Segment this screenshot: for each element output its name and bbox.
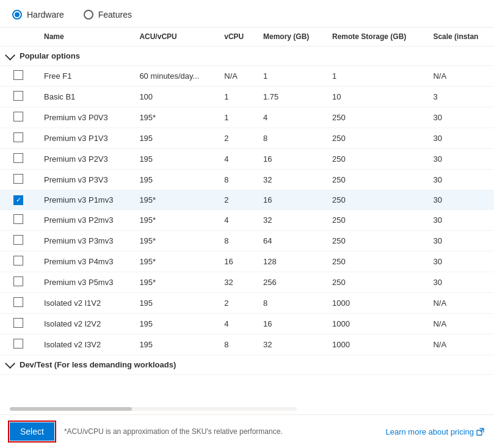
- row-vcpu: N/A: [217, 66, 256, 87]
- row-vcpu: 2: [217, 292, 256, 313]
- table-row[interactable]: Premium v3 P2mv3195*43225030: [0, 209, 494, 230]
- features-radio[interactable]: Features: [84, 10, 132, 20]
- row-name: Premium v3 P2V3: [37, 149, 132, 170]
- row-checkbox[interactable]: [13, 195, 23, 205]
- features-label: Features: [98, 10, 132, 20]
- col-vcpu: vCPU: [217, 27, 256, 46]
- row-checkbox-cell[interactable]: [0, 272, 37, 292]
- row-acu: 195*: [132, 251, 217, 272]
- hardware-radio-indicator: [12, 10, 22, 20]
- row-name: Premium v3 P3V3: [37, 170, 132, 190]
- row-scale: N/A: [426, 66, 494, 87]
- row-vcpu: 2: [217, 190, 256, 210]
- row-scale: 30: [426, 230, 494, 251]
- table-row[interactable]: Premium v3 P3V319583225030: [0, 170, 494, 190]
- table-row[interactable]: Basic B110011.75103: [0, 87, 494, 107]
- table-body: Popular optionsFree F160 minutes/day...N…: [0, 46, 494, 375]
- row-name: Isolated v2 I2V2: [37, 313, 132, 334]
- table-row[interactable]: Premium v3 P5mv3195*3225625030: [0, 272, 494, 292]
- row-checkbox-cell[interactable]: [0, 66, 37, 87]
- hardware-radio[interactable]: Hardware: [12, 10, 64, 20]
- row-checkbox[interactable]: [13, 174, 23, 184]
- hardware-label: Hardware: [27, 10, 64, 20]
- row-checkbox[interactable]: [13, 256, 23, 266]
- table-row[interactable]: Premium v3 P3mv3195*86425030: [0, 230, 494, 251]
- row-storage: 1000: [325, 334, 426, 355]
- row-checkbox-cell[interactable]: [0, 292, 37, 313]
- row-acu: 195: [132, 170, 217, 190]
- row-checkbox-cell[interactable]: [0, 334, 37, 355]
- row-checkbox[interactable]: [13, 339, 23, 349]
- table-row[interactable]: Premium v3 P2V319541625030: [0, 149, 494, 170]
- group-header-row[interactable]: Dev/Test (For less demanding workloads): [0, 355, 494, 374]
- table-row[interactable]: Isolated v2 I3V21958321000N/A: [0, 334, 494, 355]
- row-name: Basic B1: [37, 87, 132, 107]
- row-checkbox-cell[interactable]: [0, 209, 37, 230]
- row-checkbox[interactable]: [13, 235, 23, 245]
- row-name: Premium v3 P1V3: [37, 128, 132, 149]
- row-checkbox[interactable]: [13, 153, 23, 163]
- row-checkbox-cell[interactable]: [0, 149, 37, 170]
- row-checkbox[interactable]: [13, 297, 23, 307]
- row-acu: 60 minutes/day...: [132, 66, 217, 87]
- bottom-bar: Select *ACU/vCPU is an approximation of …: [0, 414, 494, 448]
- row-storage: 1: [325, 66, 426, 87]
- row-storage: 250: [325, 190, 426, 210]
- row-storage: 250: [325, 230, 426, 251]
- row-memory: 16: [256, 149, 325, 170]
- row-name: Premium v3 P0V3: [37, 107, 132, 128]
- row-memory: 256: [256, 272, 325, 292]
- row-checkbox[interactable]: [13, 112, 23, 121]
- row-checkbox[interactable]: [13, 214, 23, 224]
- row-acu: 100: [132, 87, 217, 107]
- row-checkbox-cell[interactable]: [0, 128, 37, 149]
- row-checkbox-cell[interactable]: [0, 190, 37, 210]
- external-link-icon: [476, 428, 484, 436]
- row-scale: N/A: [426, 292, 494, 313]
- horizontal-scrollbar-thumb[interactable]: [10, 407, 132, 411]
- row-checkbox[interactable]: [13, 276, 23, 286]
- row-storage: 250: [325, 209, 426, 230]
- row-vcpu: 2: [217, 128, 256, 149]
- row-storage: 250: [325, 149, 426, 170]
- learn-more-link[interactable]: Learn more about pricing: [385, 427, 484, 436]
- group-header-row[interactable]: Popular options: [0, 46, 494, 66]
- row-scale: 3: [426, 87, 494, 107]
- row-checkbox-cell[interactable]: [0, 230, 37, 251]
- row-vcpu: 8: [217, 334, 256, 355]
- view-toggle-bar: Hardware Features: [0, 0, 494, 27]
- table-row[interactable]: Premium v3 P4mv3195*1612825030: [0, 251, 494, 272]
- row-checkbox[interactable]: [13, 70, 23, 80]
- sku-table-container[interactable]: Name ACU/vCPU vCPU Memory (GB) Remote St…: [0, 27, 494, 403]
- row-checkbox[interactable]: [13, 318, 23, 328]
- row-checkbox-cell[interactable]: [0, 313, 37, 334]
- horizontal-scroll-area[interactable]: [0, 403, 494, 414]
- table-row[interactable]: Isolated v2 I2V21954161000N/A: [0, 313, 494, 334]
- row-storage: 10: [325, 87, 426, 107]
- row-scale: 30: [426, 251, 494, 272]
- row-checkbox-cell[interactable]: [0, 170, 37, 190]
- row-checkbox[interactable]: [13, 132, 23, 142]
- row-memory: 8: [256, 128, 325, 149]
- select-button[interactable]: Select: [10, 422, 54, 441]
- row-acu: 195*: [132, 190, 217, 210]
- chevron-icon: [5, 50, 15, 60]
- row-vcpu: 4: [217, 313, 256, 334]
- table-row[interactable]: Premium v3 P0V3195*1425030: [0, 107, 494, 128]
- row-storage: 250: [325, 251, 426, 272]
- row-checkbox[interactable]: [13, 91, 23, 101]
- horizontal-scrollbar-track[interactable]: [10, 407, 297, 411]
- table-row[interactable]: Free F160 minutes/day...N/A11N/A: [0, 66, 494, 87]
- row-name: Premium v3 P5mv3: [37, 272, 132, 292]
- table-row[interactable]: Isolated v2 I1V2195281000N/A: [0, 292, 494, 313]
- row-memory: 32: [256, 334, 325, 355]
- row-checkbox-cell[interactable]: [0, 251, 37, 272]
- row-storage: 250: [325, 272, 426, 292]
- table-row[interactable]: Premium v3 P1V31952825030: [0, 128, 494, 149]
- row-checkbox-cell[interactable]: [0, 107, 37, 128]
- row-checkbox-cell[interactable]: [0, 87, 37, 107]
- col-name: Name: [37, 27, 132, 46]
- table-row[interactable]: Premium v3 P1mv3195*21625030: [0, 190, 494, 210]
- row-scale: N/A: [426, 334, 494, 355]
- row-vcpu: 8: [217, 170, 256, 190]
